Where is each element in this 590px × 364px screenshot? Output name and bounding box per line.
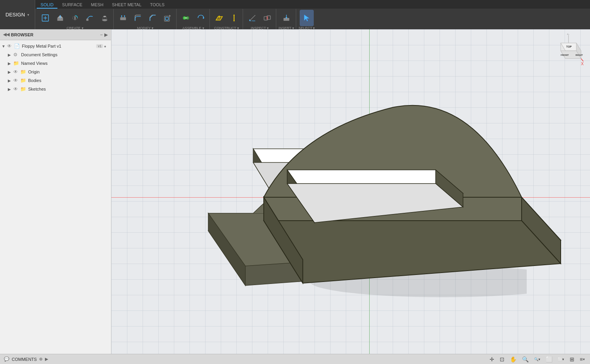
tree-item-doc-root[interactable]: ▼ 👁 📄 Floppy Metal Part v1 v1 ● (0, 42, 111, 50)
display-dropdown-button[interactable]: ⬜▾ (557, 357, 565, 362)
construct-group: CONSTRUCT ▾ (211, 9, 243, 29)
bodies-chevron: ▶ (8, 79, 13, 83)
grid-button[interactable]: ⊞ (569, 356, 576, 363)
svg-marker-26 (233, 14, 235, 15)
bottom-bar: 💬 COMMENTS ⊕ ▶ ✛ ⊡ ✋ 🔍 🔍▾ ⬜ ⬜▾ ⊞ ⊞▾ (0, 354, 590, 364)
svg-text:X: X (581, 62, 584, 66)
sketches-eye-icon[interactable]: 👁 (13, 86, 20, 92)
tree-item-sketches[interactable]: ▶ 👁 📁 Sketches (0, 85, 111, 93)
svg-line-67 (581, 59, 583, 61)
comments-expand-button[interactable]: ▶ (45, 357, 48, 362)
svg-rect-17 (165, 17, 168, 20)
svg-rect-16 (164, 16, 170, 21)
browser-header: ◀◀ BROWSER − ▶ (0, 29, 111, 40)
tab-surface[interactable]: SURFACE (58, 2, 86, 9)
sweep-button[interactable] (83, 10, 97, 26)
doc-settings-chevron: ▶ (8, 53, 13, 57)
tree-item-named-views[interactable]: ▶ 📁 Named Views (0, 59, 111, 68)
origin-eye-icon[interactable]: 👁 (13, 69, 20, 75)
modify-group: MODIFY ▾ (114, 9, 177, 29)
browser-minus-button[interactable]: − (100, 32, 103, 37)
insert-label: INSERT ▾ (279, 26, 294, 30)
named-views-folder-icon: 📁 (13, 61, 20, 66)
design-chevron: ▾ (27, 13, 29, 17)
doc-eye-icon[interactable]: 👁 (7, 43, 13, 49)
comments-add-button[interactable]: ⊕ (39, 357, 43, 362)
bodies-eye-icon[interactable]: 👁 (13, 78, 20, 83)
comments-label: COMMENTS (12, 357, 37, 362)
tab-sheet-metal[interactable]: SHEET METAL (108, 2, 145, 9)
nav-cross-button[interactable]: ✛ (488, 356, 495, 363)
create-label: CREATE ▾ (38, 26, 112, 30)
shell-button[interactable] (161, 10, 175, 26)
collapse-all-icon[interactable]: ◀◀ (3, 32, 9, 37)
browser-expand-button[interactable]: ▶ (104, 32, 108, 37)
doc-type-icon: 📄 (14, 43, 21, 49)
browser-title-text: BROWSER (11, 32, 33, 37)
tree-item-origin[interactable]: ▶ 👁 📁 Origin (0, 68, 111, 76)
tree-item-doc-settings[interactable]: ▶ ⚙ Document Settings (0, 50, 111, 59)
chamfer-button[interactable] (146, 10, 160, 26)
svg-rect-10 (86, 18, 89, 21)
named-views-label: Named Views (21, 61, 48, 66)
3d-viewport[interactable]: Z TOP FRONT RIGHT X (111, 29, 590, 354)
svg-marker-38 (304, 14, 309, 21)
pan-button[interactable]: ✋ (509, 356, 518, 363)
design-button[interactable]: DESIGN ▾ (0, 0, 35, 29)
view-cube[interactable]: Z TOP FRONT RIGHT X (553, 33, 584, 64)
insert-group: INSERT ▾ (277, 9, 296, 29)
svg-rect-13 (120, 17, 126, 20)
grid-dropdown-button[interactable]: ⊞▾ (579, 357, 586, 362)
sketches-folder-icon: 📁 (20, 86, 27, 92)
insert-mesh-button[interactable] (279, 10, 293, 26)
version-badge: v1 (96, 44, 103, 48)
bodies-label: Bodies (28, 78, 41, 83)
bottom-tools: ✛ ⊡ ✋ 🔍 🔍▾ ⬜ ⬜▾ ⊞ ⊞▾ (488, 356, 586, 363)
named-views-chevron: ▶ (8, 61, 13, 66)
svg-point-12 (103, 16, 106, 17)
svg-point-11 (102, 19, 107, 21)
toolbar: DESIGN ▾ SOLID SURFACE MESH SHEET METAL … (0, 0, 590, 29)
svg-marker-18 (169, 14, 171, 16)
fillet-button[interactable] (131, 10, 145, 26)
svg-text:Z: Z (567, 33, 569, 36)
tab-mesh[interactable]: MESH (87, 2, 107, 9)
revolve-button[interactable] (68, 10, 82, 26)
measure-button[interactable]: mm (245, 10, 259, 26)
press-pull-button[interactable] (116, 10, 130, 26)
interference-button[interactable] (260, 10, 274, 26)
svg-text:RIGHT: RIGHT (576, 54, 583, 56)
zoom-button[interactable]: 🔍 (521, 356, 530, 363)
tree-item-bodies[interactable]: ▶ 👁 📁 Bodies (0, 76, 111, 85)
svg-text:mm: mm (252, 20, 256, 22)
create-group: CREATE ▾ (37, 9, 114, 29)
new-component-button[interactable] (38, 10, 52, 26)
svg-marker-24 (218, 15, 220, 16)
joint-button[interactable] (179, 10, 193, 26)
loft-button[interactable] (98, 10, 112, 26)
comments-icon: 💬 (4, 357, 9, 362)
sketches-chevron: ▶ (8, 87, 13, 91)
svg-text:FRONT: FRONT (561, 54, 569, 56)
construct-label: CONSTRUCT ▾ (212, 26, 241, 30)
select-button[interactable] (300, 10, 314, 26)
tab-tools[interactable]: TOOLS (146, 2, 168, 9)
zoom-dropdown-button[interactable]: 🔍▾ (533, 357, 542, 362)
doc-root-chevron: ▼ (2, 44, 6, 48)
browser-controls: − ▶ (100, 32, 108, 37)
origin-label: Origin (28, 70, 39, 74)
browser-title: ◀◀ BROWSER (3, 32, 33, 37)
doc-root-pin: ● (104, 44, 109, 48)
view-cube-svg[interactable]: Z TOP FRONT RIGHT X (553, 33, 584, 68)
tab-solid[interactable]: SOLID (37, 2, 57, 9)
extrude-button[interactable] (53, 10, 67, 26)
origin-folder-icon: 📁 (20, 69, 27, 75)
construct-plane-button[interactable] (212, 10, 226, 26)
record-button[interactable]: ⊡ (499, 356, 506, 363)
display-mode-button[interactable]: ⬜ (545, 356, 554, 363)
construct-axis-button[interactable] (227, 10, 241, 26)
toolbar-tabs: SOLID SURFACE MESH SHEET METAL TOOLS (35, 0, 590, 29)
assemble-label: ASSEMBLE ▾ (179, 26, 208, 30)
motion-button[interactable] (194, 10, 208, 26)
toolbar-groups: CREATE ▾ (35, 9, 590, 29)
